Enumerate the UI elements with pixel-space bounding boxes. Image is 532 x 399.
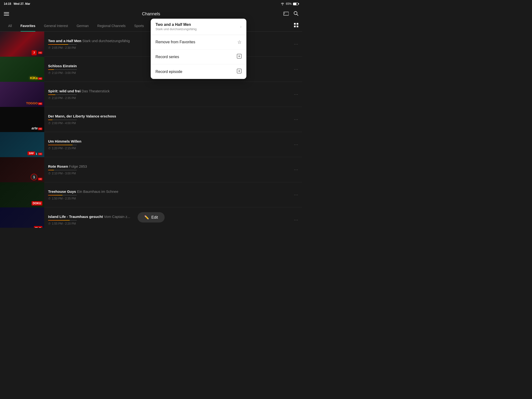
record-episode-icon — [237, 69, 242, 75]
context-overlay: Two and a Half Men Stark und durchsetzun… — [0, 0, 302, 228]
context-menu-record-series[interactable]: Record series — [151, 50, 246, 64]
context-menu-title: Two and a Half Men — [155, 22, 197, 27]
record-series-label: Record series — [155, 55, 179, 59]
chevron-right-icon: › — [240, 24, 242, 29]
star-icon: ☆ — [237, 39, 242, 45]
remove-favorites-label: Remove from Favorites — [155, 40, 195, 44]
context-menu-subtitle: Stark und durchsetzungsfähig — [155, 27, 197, 31]
record-episode-label: Record episode — [155, 70, 182, 74]
context-menu: Two and a Half Men Stark und durchsetzun… — [151, 19, 246, 79]
context-menu-header[interactable]: Two and a Half Men Stark und durchsetzun… — [151, 19, 246, 35]
record-series-icon — [237, 54, 242, 60]
context-menu-remove-favorites[interactable]: Remove from Favorites ☆ — [151, 35, 246, 50]
context-menu-record-episode[interactable]: Record episode — [151, 64, 246, 79]
